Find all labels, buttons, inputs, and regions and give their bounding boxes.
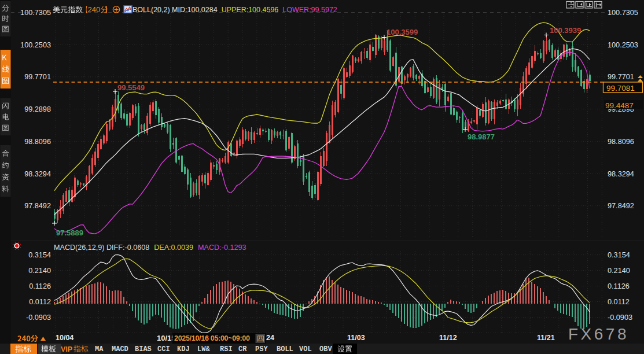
svg-text:VIP: VIP [61, 345, 72, 353]
svg-text:240: 240 [88, 5, 101, 14]
